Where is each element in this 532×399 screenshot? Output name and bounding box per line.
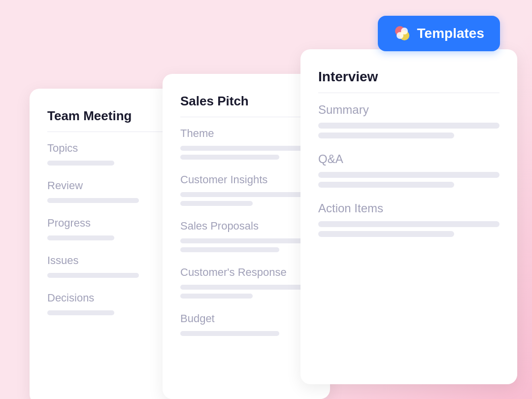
- skeleton: [318, 123, 499, 129]
- skeleton: [47, 161, 114, 166]
- divider: [180, 117, 312, 117]
- section-review: Review: [47, 179, 169, 203]
- qa-label: Q&A: [318, 152, 499, 166]
- templates-button[interactable]: Templates: [378, 16, 500, 51]
- section-sales-proposals: Sales Proposals: [180, 220, 312, 252]
- svg-point-3: [397, 32, 403, 39]
- section-qa: Q&A: [318, 152, 499, 188]
- section-budget: Budget: [180, 312, 312, 336]
- skeleton: [47, 273, 139, 278]
- card-interview: Interview Summary Q&A Action Items: [300, 49, 517, 384]
- topics-label: Topics: [47, 142, 169, 155]
- skeleton: [180, 192, 312, 197]
- section-summary: Summary: [318, 103, 499, 138]
- skeleton: [47, 310, 114, 315]
- section-customer-insights: Customer Insights: [180, 173, 312, 206]
- sales-proposals-label: Sales Proposals: [180, 220, 312, 233]
- skeleton: [318, 133, 454, 138]
- customer-insights-label: Customer Insights: [180, 173, 312, 186]
- section-theme: Theme: [180, 127, 312, 160]
- skeleton: [180, 331, 279, 336]
- skeleton: [180, 285, 312, 290]
- section-issues: Issues: [47, 254, 169, 278]
- action-items-label: Action Items: [318, 201, 499, 215]
- sales-pitch-title: Sales Pitch: [180, 94, 312, 109]
- section-decisions: Decisions: [47, 292, 169, 315]
- section-customers-response: Customer's Response: [180, 266, 312, 299]
- skeleton: [180, 247, 279, 252]
- decisions-label: Decisions: [47, 292, 169, 304]
- scene: Templates Team Meeting Topics Review Pro…: [0, 0, 532, 399]
- skeleton: [318, 182, 454, 188]
- summary-label: Summary: [318, 103, 499, 117]
- section-topics: Topics: [47, 142, 169, 166]
- divider: [47, 132, 169, 132]
- templates-label: Templates: [417, 26, 484, 41]
- interview-title: Interview: [318, 69, 499, 85]
- theme-label: Theme: [180, 127, 312, 140]
- divider: [318, 93, 499, 93]
- review-label: Review: [47, 179, 169, 192]
- templates-icon: [394, 25, 411, 42]
- skeleton: [180, 201, 253, 206]
- skeleton: [180, 155, 279, 160]
- skeleton: [318, 172, 499, 178]
- skeleton: [318, 221, 499, 227]
- section-progress: Progress: [47, 217, 169, 240]
- section-action-items: Action Items: [318, 201, 499, 237]
- skeleton: [180, 294, 253, 299]
- team-meeting-title: Team Meeting: [47, 108, 169, 124]
- skeleton: [47, 198, 139, 203]
- skeleton: [318, 231, 454, 237]
- skeleton: [180, 146, 312, 151]
- progress-label: Progress: [47, 217, 169, 230]
- customers-response-label: Customer's Response: [180, 266, 312, 279]
- budget-label: Budget: [180, 312, 312, 325]
- skeleton: [47, 235, 114, 240]
- issues-label: Issues: [47, 254, 169, 267]
- skeleton: [180, 238, 312, 243]
